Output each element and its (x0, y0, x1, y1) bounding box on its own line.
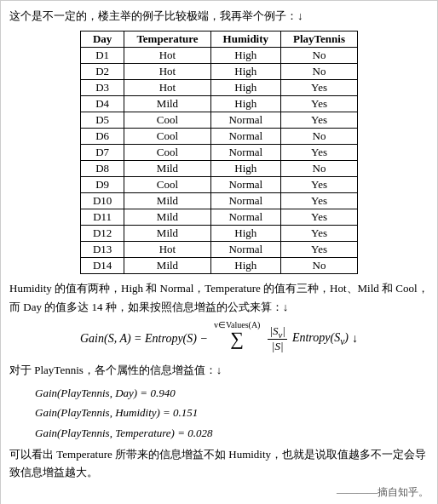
table-row: D2HotHighNo (80, 63, 357, 79)
table-cell: Yes (281, 112, 358, 128)
table-cell: D5 (80, 112, 124, 128)
table-cell: No (281, 128, 358, 144)
table-row: D5CoolNormalYes (80, 112, 357, 128)
table-cell: High (210, 79, 280, 95)
table-cell: Yes (281, 176, 358, 192)
table-cell: Normal (210, 128, 280, 144)
table-cell: Yes (281, 241, 358, 257)
table-cell: Mild (124, 209, 210, 225)
table-cell: D11 (80, 209, 124, 225)
table-cell: No (281, 63, 358, 79)
table-row: D3HotHighYes (80, 79, 357, 95)
table-cell: High (210, 63, 280, 79)
col-humidity: Humidity (210, 31, 280, 47)
sigma-block: v∈Values(A) ∑ (214, 320, 261, 358)
table-cell: Cool (124, 176, 210, 192)
table-cell: D9 (80, 176, 124, 192)
table-cell: D2 (80, 63, 124, 79)
table-cell: Mild (124, 95, 210, 112)
gain-values: Gain(PlayTennis, Day) = 0.940 Gain(PlayT… (35, 383, 429, 443)
table-cell: Cool (124, 112, 210, 128)
gain-day: Gain(PlayTennis, Day) = 0.940 (35, 383, 429, 403)
frac-denominator: |S| (270, 340, 285, 353)
table-cell: D6 (80, 128, 124, 144)
table-cell: Hot (124, 47, 210, 63)
table-cell: Normal (210, 241, 280, 257)
table-cell: D7 (80, 144, 124, 160)
table-row: D4MildHighYes (80, 95, 357, 112)
table-cell: Mild (124, 160, 210, 176)
table-cell: Cool (124, 144, 210, 160)
table-header-row: Day Temperature Humidity PlayTennis (80, 31, 357, 47)
table-cell: High (210, 160, 280, 176)
table-cell: Mild (124, 225, 210, 241)
gain-temperature: Gain(PlayTennis, Temperature) = 0.028 (35, 423, 429, 443)
table-cell: Hot (124, 241, 210, 257)
table-cell: Yes (281, 144, 358, 160)
table-row: D9CoolNormalYes (80, 176, 357, 192)
frac-numerator: |Sv| (268, 324, 286, 341)
table-cell: D8 (80, 160, 124, 176)
table-cell: No (281, 257, 358, 273)
col-day: Day (80, 31, 124, 47)
data-table: Day Temperature Humidity PlayTennis D1Ho… (80, 31, 358, 274)
table-cell: Normal (210, 192, 280, 209)
table-cell: D12 (80, 225, 124, 241)
table-cell: Yes (281, 192, 358, 209)
table-row: D11MildNormalYes (80, 209, 357, 225)
col-temperature: Temperature (124, 31, 210, 47)
table-cell: D1 (80, 47, 124, 63)
table-cell: D4 (80, 95, 124, 112)
table-cell: D13 (80, 241, 124, 257)
fraction: |Sv| |S| (268, 324, 286, 354)
table-cell: D3 (80, 79, 124, 95)
gain-humidity: Gain(PlayTennis, Humidity) = 0.151 (35, 403, 429, 422)
table-row: D8MildHighNo (80, 160, 357, 176)
table-cell: High (210, 257, 280, 273)
table-row: D10MildNormalYes (80, 192, 357, 209)
table-cell: High (210, 47, 280, 63)
formula-gain: Gain(S, A) = Entropy(S) − (80, 332, 208, 346)
table-cell: Yes (281, 79, 358, 95)
table-cell: Mild (124, 257, 210, 273)
table-cell: Normal (210, 144, 280, 160)
table-cell: No (281, 160, 358, 176)
table-cell: Normal (210, 112, 280, 128)
formula-arrow: ↓ (352, 332, 358, 346)
sigma-symbol: ∑ (230, 329, 244, 348)
table-cell: Hot (124, 79, 210, 95)
table-row: D1HotHighNo (80, 47, 357, 63)
source-attribution: ————摘自知乎。 (9, 485, 429, 500)
intro-text: 这个是不一定的，楼主举的例子比较极端，我再举个例子：↓ (9, 8, 429, 26)
table-cell: Normal (210, 176, 280, 192)
table-cell: D10 (80, 192, 124, 209)
table-row: D14MildHighNo (80, 257, 357, 273)
table-row: D7CoolNormalYes (80, 144, 357, 160)
table-cell: High (210, 225, 280, 241)
table-cell: No (281, 47, 358, 63)
table-cell: Mild (124, 192, 210, 209)
table-cell: Hot (124, 63, 210, 79)
table-cell: Yes (281, 95, 358, 112)
table-cell: Yes (281, 209, 358, 225)
table-cell: D14 (80, 257, 124, 273)
table-cell: High (210, 95, 280, 112)
table-cell: Yes (281, 225, 358, 241)
paragraph2: 对于 PlayTennis，各个属性的信息增益值：↓ (9, 361, 429, 380)
gain-formula: Gain(S, A) = Entropy(S) − v∈Values(A) ∑ … (9, 320, 429, 358)
paragraph1: Humidity 的值有两种，High 和 Normal，Temperature… (9, 279, 429, 317)
table-row: D12MildHighYes (80, 225, 357, 241)
main-container: 这个是不一定的，楼主举的例子比较极端，我再举个例子：↓ Day Temperat… (0, 0, 438, 504)
table-row: D13HotNormalYes (80, 241, 357, 257)
col-playtennis: PlayTennis (281, 31, 358, 47)
table-cell: Cool (124, 128, 210, 144)
table-cell: Normal (210, 209, 280, 225)
paragraph3: 可以看出 Temperature 所带来的信息增益不如 Humidity，也就是… (9, 446, 429, 482)
formula-entropy-sv: Entropy(Sv) (292, 331, 349, 347)
table-row: D6CoolNormalNo (80, 128, 357, 144)
